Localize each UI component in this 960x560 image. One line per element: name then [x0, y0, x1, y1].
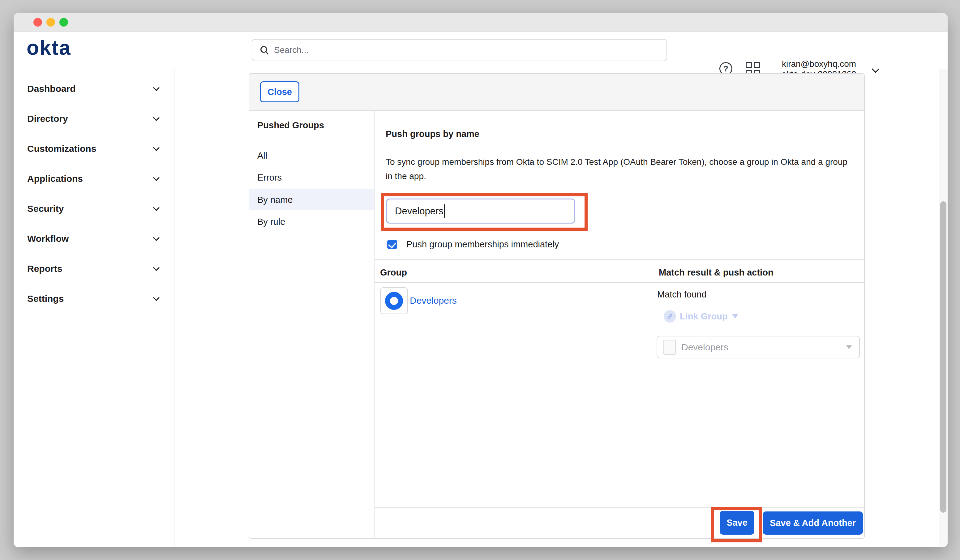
sidebar-item-dashboard[interactable]: Dashboard — [14, 74, 174, 104]
group-name-link[interactable]: Developers — [410, 295, 457, 306]
text-cursor — [444, 205, 445, 218]
app-group-select[interactable]: Developers — [657, 336, 860, 358]
sidebar-item-customizations[interactable]: Customizations — [14, 134, 174, 163]
pushed-groups-title: Pushed Groups — [257, 120, 324, 131]
close-button[interactable]: Close — [260, 81, 299, 102]
close-window-button[interactable] — [34, 18, 42, 27]
nav-item-errors[interactable]: Errors — [249, 167, 374, 188]
chevron-down-icon — [153, 144, 160, 151]
sidebar-item-settings[interactable]: Settings — [14, 283, 174, 314]
sidebar-item-label: Dashboard — [27, 83, 76, 94]
sidebar-item-workflow[interactable]: Workflow — [14, 224, 174, 254]
link-group-label: Link Group — [680, 311, 728, 322]
push-immediately-checkbox[interactable] — [387, 240, 397, 249]
table-top-divider — [374, 259, 865, 260]
account-email: kiran@boxyhq.com — [771, 59, 867, 69]
column-header-match: Match result & push action — [659, 267, 773, 278]
nav-item-by-name[interactable]: By name — [249, 189, 374, 210]
group-app-logo — [380, 287, 408, 314]
chevron-down-icon — [153, 264, 160, 271]
chevron-down-icon — [153, 174, 160, 181]
sidebar-item-label: Security — [27, 203, 64, 214]
sidebar-item-label: Workflow — [27, 234, 69, 244]
footer-divider — [374, 507, 865, 508]
panel-content: Push groups by name To sync group member… — [374, 111, 865, 539]
chevron-down-icon — [153, 234, 160, 241]
link-group-caret-icon — [732, 314, 738, 318]
nav-item-all[interactable]: All — [249, 145, 374, 166]
search-icon — [259, 45, 270, 55]
chevron-down-icon — [153, 85, 160, 91]
group-name-input[interactable]: Developers — [386, 198, 575, 224]
sidebar-item-label: Settings — [27, 293, 64, 304]
sidebar-item-reports[interactable]: Reports — [14, 254, 174, 283]
sidebar-item-label: Directory — [27, 114, 68, 124]
grid-square — [746, 62, 752, 68]
push-immediately-row: Push group memberships immediately — [387, 239, 559, 250]
search-input[interactable]: Search... — [252, 39, 667, 61]
sidebar-item-applications[interactable]: Applications — [14, 163, 174, 194]
table-row-divider — [374, 363, 865, 363]
chevron-down-icon — [153, 294, 160, 301]
content-heading: Push groups by name — [386, 129, 479, 139]
sidebar-item-security[interactable]: Security — [14, 194, 174, 224]
grid-square — [754, 62, 760, 68]
app-window: okta Search... ? kiran@boxyhq.com okta-d… — [14, 13, 948, 547]
scrollbar-track[interactable] — [939, 69, 948, 547]
annotation-highlight-input: Developers — [381, 193, 588, 231]
content-description: To sync group memberships from Okta to S… — [386, 155, 850, 183]
link-icon — [664, 310, 676, 323]
chevron-down-icon — [153, 114, 160, 121]
okta-group-icon — [385, 292, 403, 310]
account-chevron-down-icon[interactable] — [872, 65, 879, 73]
save-add-another-button[interactable]: Save & Add Another — [763, 512, 863, 534]
sidebar-item-label: Applications — [27, 173, 83, 184]
sidebar-item-label: Reports — [27, 264, 62, 274]
annotation-highlight-save — [711, 507, 762, 542]
search-placeholder: Search... — [274, 45, 309, 55]
nav-item-by-rule[interactable]: By rule — [249, 211, 374, 232]
maximize-window-button[interactable] — [59, 18, 68, 27]
column-header-group: Group — [380, 267, 407, 278]
sidebar-item-directory[interactable]: Directory — [14, 104, 174, 134]
scrollbar-thumb[interactable] — [940, 201, 946, 513]
pushed-groups-nav: Pushed Groups All Errors By name By rule — [249, 111, 374, 539]
select-caret-icon — [846, 346, 852, 349]
push-immediately-label: Push group memberships immediately — [406, 239, 559, 250]
top-header: okta Search... ? kiran@boxyhq.com okta-d… — [14, 32, 948, 69]
link-group-action[interactable]: Link Group — [664, 310, 738, 323]
app-group-select-value: Developers — [682, 342, 846, 352]
okta-logo: okta — [27, 36, 71, 59]
sidebar-nav: Dashboard Directory Customizations Appli… — [14, 69, 174, 547]
panel-header: Close — [249, 74, 864, 111]
group-name-input-value: Developers — [395, 206, 443, 217]
table-header-divider — [374, 282, 865, 283]
match-status: Match found — [657, 290, 707, 300]
titlebar — [14, 13, 948, 32]
chevron-down-icon — [153, 205, 160, 211]
minimize-window-button[interactable] — [46, 18, 55, 27]
push-groups-panel: Close Pushed Groups All Errors By name B… — [249, 73, 865, 539]
sidebar-item-label: Customizations — [27, 144, 96, 154]
app-group-placeholder-icon — [663, 340, 676, 355]
